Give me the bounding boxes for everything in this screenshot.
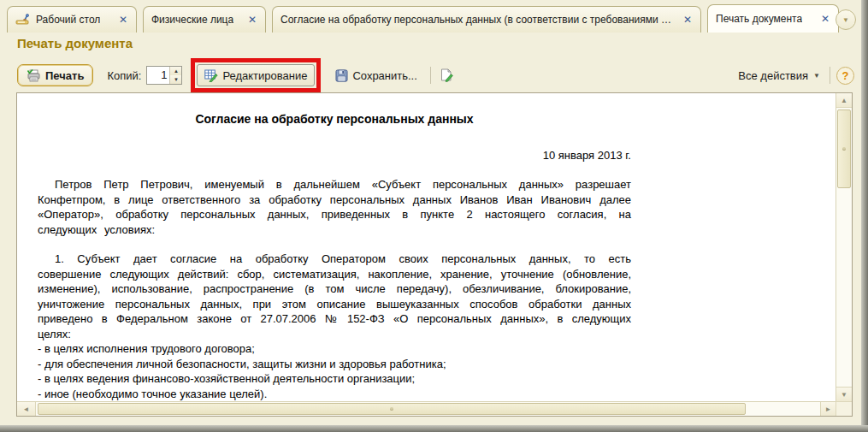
copies-value[interactable]: 1 <box>147 67 169 84</box>
close-icon[interactable]: ✕ <box>119 14 127 26</box>
vertical-scrollbar[interactable]: ▲ ▼ <box>836 93 852 401</box>
question-icon: ? <box>842 69 849 82</box>
page-title: Печать документа <box>17 36 133 50</box>
tab-consent-152fz[interactable]: Согласие на обработку персональных данны… <box>272 6 701 33</box>
desktop-icon <box>15 14 31 26</box>
doc-date: 10 января 2013 г. <box>38 148 631 163</box>
copies-label: Копий: <box>107 69 141 82</box>
edit-button-label: Редактирование <box>222 69 307 82</box>
doc-paragraph: 1. Субъект дает согласие на обработку Оп… <box>38 252 631 341</box>
floppy-icon <box>335 69 348 82</box>
toolbar: Печать Копий: 1 ▲ ▼ Редактирование <box>17 60 854 91</box>
horizontal-scrollbar[interactable]: ◄ ► <box>17 401 836 416</box>
vertical-scroll-thumb[interactable] <box>837 109 851 188</box>
all-actions-button[interactable]: Все действия ▼ <box>735 69 824 82</box>
close-icon[interactable]: ✕ <box>821 13 830 25</box>
tab-bar: Рабочий стол ✕ Физические лица ✕ Согласи… <box>0 0 861 33</box>
tabs-overflow-button[interactable]: ▼ <box>836 9 856 30</box>
edit-button[interactable]: Редактирование <box>197 64 315 86</box>
close-icon[interactable]: ✕ <box>248 14 257 26</box>
toolbar-separator <box>830 67 830 84</box>
all-actions-label: Все действия <box>738 69 808 82</box>
print-button-label: Печать <box>45 69 84 82</box>
page-edit-icon <box>440 68 453 82</box>
save-button[interactable]: Сохранить... <box>328 64 423 86</box>
print-button[interactable]: Печать <box>17 64 93 86</box>
spinner-down-button[interactable]: ▼ <box>170 75 181 84</box>
scrollbar-corner <box>836 401 852 416</box>
scroll-up-button[interactable]: ▲ <box>836 93 852 108</box>
toolbar-separator <box>430 67 431 84</box>
doc-title: Согласие на обработку персональных данны… <box>38 112 631 127</box>
help-button[interactable]: ? <box>836 67 854 85</box>
copies-input[interactable]: 1 ▲ ▼ <box>146 66 182 85</box>
caret-down-icon: ▼ <box>813 72 820 80</box>
printer-icon <box>27 69 41 82</box>
doc-paragraph: Петров Петр Петрович, именуемый в дальне… <box>38 177 631 237</box>
doc-bullet: - в целях ведения финансово-хозяйственно… <box>38 371 631 387</box>
tab-print-document[interactable]: Печать документа ✕ <box>707 4 839 33</box>
tab-desktop[interactable]: Рабочий стол ✕ <box>7 6 137 33</box>
doc-bullet-list: - в целях исполнения трудового договора;… <box>38 341 631 401</box>
doc-bullet: - для обеспечения личной безопасности, з… <box>38 357 631 372</box>
highlight-box: Редактирование <box>191 58 321 92</box>
tab-label: Рабочий стол <box>36 14 100 26</box>
tab-label: Физические лица <box>151 14 233 26</box>
scroll-down-button[interactable]: ▼ <box>836 387 852 401</box>
document-page: Согласие на обработку персональных данны… <box>38 105 631 411</box>
scroll-right-button[interactable]: ► <box>820 402 836 416</box>
scroll-left-button[interactable]: ◄ <box>17 402 36 416</box>
window-bottom-edge <box>0 425 868 432</box>
tab-label: Согласие на обработку персональных данны… <box>280 14 673 26</box>
document-preview: Согласие на обработку персональных данны… <box>16 92 853 417</box>
window-right-edge <box>861 0 868 432</box>
chevron-down-icon: ▼ <box>842 16 849 24</box>
horizontal-scroll-thumb[interactable] <box>38 403 746 415</box>
doc-bullet: - в целях исполнения трудового договора; <box>38 341 631 357</box>
tab-label: Печать документа <box>716 13 802 25</box>
edit-table-icon <box>204 69 218 82</box>
spinner-up-button[interactable]: ▲ <box>170 67 181 75</box>
page-setup-button[interactable] <box>437 64 456 86</box>
doc-bullet: - иное (необходимо точное указание целей… <box>38 387 631 402</box>
save-button-label: Сохранить... <box>352 69 416 82</box>
tab-individuals[interactable]: Физические лица ✕ <box>143 6 266 33</box>
close-icon[interactable]: ✕ <box>683 14 692 26</box>
